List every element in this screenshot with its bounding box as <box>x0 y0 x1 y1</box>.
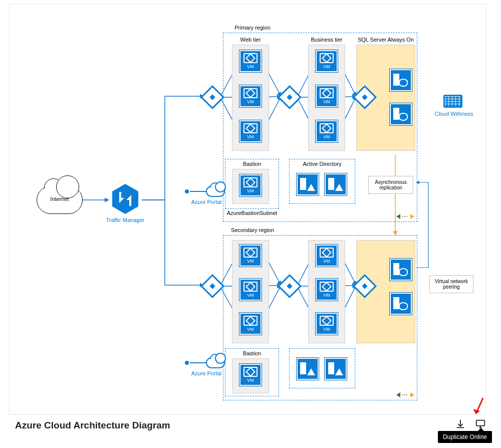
internet-label: Internet <box>37 196 83 202</box>
vm-node: VM <box>239 363 262 386</box>
load-balancer-icon <box>281 89 298 106</box>
vm-node: VM <box>239 244 262 267</box>
load-balancer-icon <box>356 278 373 295</box>
load-balancer-icon <box>204 278 221 295</box>
diagram-canvas: Internet Traffic Manager Primary region … <box>10 5 485 414</box>
bastion-label: Bastion <box>225 350 279 356</box>
vm-node: VM <box>239 120 262 143</box>
azure-portal-label: Azure Portal <box>189 199 224 205</box>
azure-portal-label: Azure Portal <box>189 370 224 376</box>
peering-glyph <box>396 214 414 219</box>
diagram-viewport[interactable]: Internet Traffic Manager Primary region … <box>9 4 486 415</box>
cloud-witness-label: Cloud Withness <box>431 111 476 117</box>
business-tier-label: Business tier <box>308 37 345 43</box>
vm-node: VM <box>315 85 338 108</box>
vm-node: VM <box>315 244 338 267</box>
load-balancer-icon <box>281 278 298 295</box>
portal-dot <box>185 189 189 193</box>
traffic-manager-icon <box>109 183 141 215</box>
vm-node: VM <box>239 312 262 335</box>
load-balancer-icon <box>356 89 373 106</box>
internet-cloud: Internet <box>37 186 83 214</box>
sql-node <box>389 69 412 92</box>
annotation-arrow <box>472 397 487 419</box>
sql-tier-label: SQL Server Always On <box>356 37 415 43</box>
vm-node: VM <box>315 312 338 335</box>
sql-node <box>389 258 412 281</box>
peering-glyph <box>396 392 414 397</box>
ad-node <box>324 173 347 196</box>
secondary-region-title: Secondary region <box>222 227 283 233</box>
duplicate-tooltip: Duplicate Online <box>438 431 492 443</box>
load-balancer-icon <box>204 89 221 106</box>
sql-node <box>389 292 412 315</box>
traffic-manager-label: Traffic Manager <box>105 217 146 223</box>
vnet-peering-note: Virtual network peering <box>429 275 473 293</box>
vm-node: VM <box>315 278 338 301</box>
ad-label: Active Directory <box>289 161 355 167</box>
primary-region-title: Primary region <box>222 25 283 31</box>
bastion-subnet-label: AzureBastionSubnet <box>224 210 280 216</box>
ad-node <box>296 173 319 196</box>
vm-node: VM <box>315 50 338 73</box>
vm-node: VM <box>239 50 262 73</box>
vm-node: VM <box>315 120 338 143</box>
download-button[interactable] <box>455 418 466 429</box>
page-title: Azure Cloud Architecture Diagram <box>15 420 170 431</box>
bastion-label: Bastion <box>225 161 279 167</box>
cloud-icon <box>206 357 225 368</box>
cloud-icon <box>206 186 225 197</box>
svg-rect-32 <box>476 420 485 426</box>
web-tier-label: Web tier <box>232 37 269 43</box>
svg-marker-34 <box>473 409 480 414</box>
ad-node <box>324 357 347 380</box>
sql-node <box>389 103 412 126</box>
vm-node: VM <box>239 174 262 197</box>
portal-dot <box>185 361 189 365</box>
async-replication-note: Asynchronous replication <box>368 176 413 194</box>
vm-node: VM <box>239 278 262 301</box>
vm-node: VM <box>239 85 262 108</box>
ad-node <box>296 357 319 380</box>
svg-marker-31 <box>112 184 138 214</box>
cloud-witness-icon <box>443 95 462 108</box>
